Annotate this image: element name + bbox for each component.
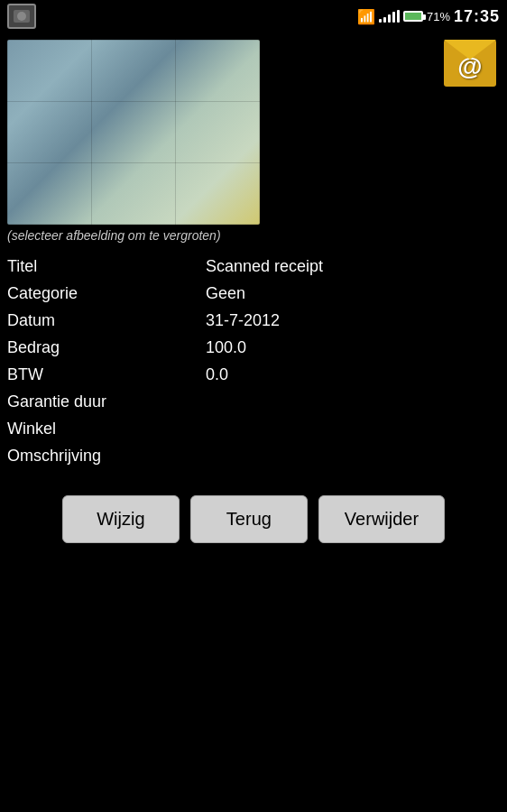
info-value: 100.0 [206, 338, 246, 357]
info-value: 31-7-2012 [206, 311, 280, 330]
status-time: 17:35 [454, 7, 500, 26]
image-hint: (selecteer afbeelding om te vergroten) [0, 225, 507, 250]
info-label: Garantie duur [7, 392, 206, 411]
info-label: Omschrijving [7, 447, 206, 466]
info-label: Categorie [7, 284, 206, 303]
terug-button[interactable]: Terug [190, 495, 308, 543]
info-row: Datum31-7-2012 [7, 308, 500, 335]
status-bar: 📶 71% 17:35 [0, 0, 507, 32]
photo-icon-inner [14, 10, 30, 23]
info-table: TitelScanned receiptCategorieGeenDatum31… [0, 250, 507, 474]
info-row: BTW0.0 [7, 362, 500, 389]
info-row: Winkel [7, 416, 500, 443]
buttons-row: Wijzig Terug Verwijder [0, 481, 507, 558]
battery-percent: 71% [427, 10, 450, 23]
info-row: TitelScanned receipt [7, 254, 500, 281]
battery-icon [403, 11, 423, 22]
wijzig-button[interactable]: Wijzig [62, 495, 180, 543]
email-envelope: @ [444, 40, 496, 87]
receipt-thumbnail[interactable] [7, 40, 260, 225]
verwijder-button[interactable]: Verwijder [318, 495, 445, 543]
status-bar-right: 📶 71% 17:35 [357, 7, 500, 26]
info-row: Bedrag100.0 [7, 335, 500, 362]
info-label: Winkel [7, 420, 206, 438]
at-symbol: @ [457, 52, 482, 81]
info-label: Bedrag [7, 338, 206, 357]
info-value: Scanned receipt [206, 257, 323, 276]
image-section: @ [0, 32, 507, 225]
info-value: 0.0 [206, 365, 228, 384]
signal-icon [379, 10, 400, 23]
info-value: Geen [206, 284, 245, 303]
email-icon[interactable]: @ [444, 40, 496, 87]
info-row: Garantie duur [7, 389, 500, 416]
photo-icon [7, 4, 36, 29]
info-label: Titel [7, 257, 206, 276]
info-label: BTW [7, 365, 206, 384]
wifi-icon: 📶 [357, 8, 375, 25]
info-label: Datum [7, 311, 206, 330]
photo-icon-circle [17, 12, 26, 21]
status-bar-left [7, 4, 36, 29]
info-row: Omschrijving [7, 443, 500, 470]
info-row: CategorieGeen [7, 281, 500, 308]
